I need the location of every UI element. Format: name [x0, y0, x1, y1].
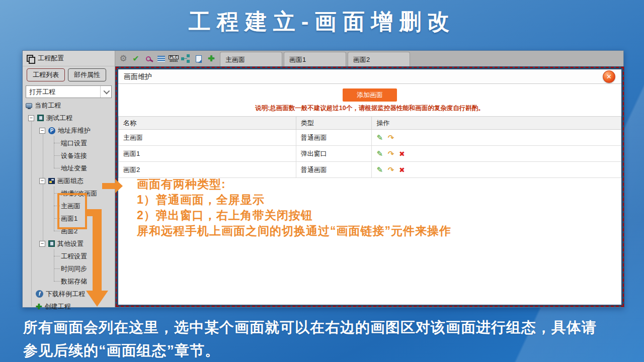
tree-stub: [54, 168, 60, 168]
cell-screen-type: 弹出窗口: [296, 146, 372, 162]
cell-screen-type: 普通画面: [296, 162, 372, 178]
annotation-line: 屏和远程手机上画面之间的切换通过“画面链接”元件来操作: [137, 223, 451, 239]
annotation-screen-types-note: 画面有两种类型: 1）普通画面，全屏显示 2）弹出窗口，右上角带关闭按钮 屏和远…: [137, 176, 451, 239]
delete-x-icon[interactable]: ✖: [399, 166, 405, 174]
dialog-note: 说明:总画面数一般不建议超过10个，请根据监控器性能和画面的复杂度自行斟酌。: [118, 104, 621, 113]
cell-screen-type: 普通画面: [296, 130, 372, 146]
table-row[interactable]: 画面2 普通画面 ✎ ↷ ✖: [119, 162, 621, 178]
export-document-icon[interactable]: [194, 54, 203, 63]
cell-screen-name: 画面2: [119, 162, 296, 178]
dialog-title: 画面维护: [124, 72, 152, 80]
annotation-bottom-note: 所有画面会列在这里，选中某个画面就可以在右边的画图区对该画面进行组态，具体请 参…: [23, 316, 634, 362]
annotation-connector-vertical: [93, 209, 102, 291]
col-header-name: 名称: [119, 117, 296, 130]
annotation-line: 画面有两种类型:: [137, 176, 451, 192]
annotation-line: 参见后续的“画面组态”章节。: [23, 339, 634, 362]
screen-tabs: 主画面 画面1 画面2: [220, 52, 410, 66]
expand-toggle-icon[interactable]: −: [28, 115, 34, 121]
edit-pencil-icon[interactable]: ✎: [376, 149, 383, 158]
jump-arrow-icon[interactable]: ↷: [388, 133, 394, 142]
page: 工程建立-画面增删改 工程配置 工程列表 部件属性 打开工程: [0, 0, 644, 362]
col-header-operation: 操作: [372, 117, 621, 130]
annotation-arrow-down-icon: [86, 291, 108, 307]
edit-pencil-icon[interactable]: ✎: [376, 133, 383, 142]
create-plus-icon: ✚: [36, 303, 42, 310]
toolbar-icons: ⚙ ✔ PLC 10101 ✚: [115, 54, 220, 63]
tab-project-list[interactable]: 工程列表: [27, 68, 65, 81]
table-header-row: 名称 类型 操作: [119, 117, 621, 130]
expand-toggle-icon[interactable]: −: [39, 178, 45, 184]
sidebar-tabs: 工程列表 部件属性: [23, 66, 115, 83]
annotation-line: 1）普通画面，全屏显示: [137, 192, 451, 208]
tree-item-current-project[interactable]: 当前工程: [23, 99, 115, 112]
sidebar-header-label: 工程配置: [38, 54, 64, 63]
page-title: 工程建立-画面增删改: [0, 7, 644, 37]
cell-operations: ✎ ↷: [372, 130, 621, 146]
close-icon[interactable]: ✕: [603, 70, 615, 83]
tab-screen2[interactable]: 画面2: [348, 52, 410, 66]
screen-icon: [48, 178, 55, 184]
tab-part-properties[interactable]: 部件属性: [68, 68, 106, 81]
cell-operations: ✎ ↷ ✖: [372, 146, 621, 162]
tree-stub: [54, 281, 60, 282]
jump-arrow-icon[interactable]: ↷: [388, 165, 394, 174]
annotation-arrow-right-icon: [115, 179, 123, 193]
annotation-arrow-right-shaft: [102, 183, 116, 189]
col-header-type: 类型: [296, 117, 372, 130]
settings-folder-icon: [48, 240, 55, 247]
tree-stub: [54, 155, 60, 156]
download-sample-icon: f: [36, 290, 43, 298]
search-icon[interactable]: [144, 54, 153, 63]
sidebar-header: 工程配置: [23, 51, 115, 66]
cell-screen-name: 画面1: [119, 146, 296, 162]
settings-gear-icon[interactable]: ⚙: [119, 54, 128, 63]
chevron-down-icon[interactable]: [100, 86, 111, 98]
edit-pencil-icon[interactable]: ✎: [376, 165, 383, 174]
tree-item-device-connection[interactable]: 设备连接: [23, 149, 115, 162]
annotation-highlight-box: [57, 193, 87, 229]
screen-table: 名称 类型 操作 主画面 普通画面 ✎ ↷: [118, 116, 621, 178]
delete-x-icon[interactable]: ✖: [399, 150, 405, 158]
toolbar: ⚙ ✔ PLC 10101 ✚ 主画面 画面1 画面2: [115, 51, 623, 66]
tree-stub: [54, 256, 60, 256]
tree-item-test-project[interactable]: − 测试工程: [23, 112, 115, 124]
jump-arrow-icon[interactable]: ↷: [388, 149, 394, 158]
validate-check-icon[interactable]: ✔: [131, 54, 140, 63]
tab-screen1[interactable]: 画面1: [284, 52, 346, 66]
expand-toggle-icon[interactable]: −: [39, 128, 45, 134]
network-nodes-icon[interactable]: [182, 54, 191, 63]
project-config-icon: [27, 55, 34, 62]
tree-item-address-variables[interactable]: 地址变量: [23, 162, 115, 174]
annotation-line: 2）弹出窗口，右上角带关闭按钮: [137, 208, 451, 223]
tree-stub: [54, 268, 60, 269]
expand-toggle-icon[interactable]: −: [39, 241, 45, 247]
tree-item-address-library[interactable]: − P 地址库维护: [23, 124, 115, 137]
tree-item-screen-config[interactable]: − 画面组态: [23, 174, 115, 187]
tree-stub: [54, 143, 60, 143]
table-row[interactable]: 画面1 弹出窗口 ✎ ↷ ✖: [119, 146, 621, 162]
annotation-line: 所有画面会列在这里，选中某个画面就可以在右边的画图区对该画面进行组态，具体请: [23, 316, 634, 339]
open-project-dropdown[interactable]: 打开工程: [26, 85, 112, 98]
add-plus-icon[interactable]: ✚: [207, 54, 216, 63]
tab-main-screen[interactable]: 主画面: [220, 52, 282, 66]
list-view-icon[interactable]: [156, 54, 166, 63]
tree-item-port-settings[interactable]: 端口设置: [23, 137, 115, 149]
open-project-dropdown-value: 打开工程: [29, 87, 55, 97]
tree-stub: [54, 231, 60, 231]
add-screen-button[interactable]: 添加画面: [343, 88, 397, 102]
table-row[interactable]: 主画面 普通画面 ✎ ↷: [119, 130, 621, 146]
cell-screen-name: 主画面: [119, 130, 296, 146]
cell-operations: ✎ ↷ ✖: [372, 162, 621, 178]
project-icon: [37, 115, 44, 121]
dialog-titlebar: 画面维护 ✕: [118, 69, 621, 84]
plc-icon[interactable]: PLC 10101: [169, 54, 178, 63]
computer-icon: [26, 103, 32, 108]
address-library-icon: P: [48, 127, 55, 134]
dialog-body: 添加画面 说明:总画面数一般不建议超过10个，请根据监控器性能和画面的复杂度自行…: [118, 88, 621, 178]
